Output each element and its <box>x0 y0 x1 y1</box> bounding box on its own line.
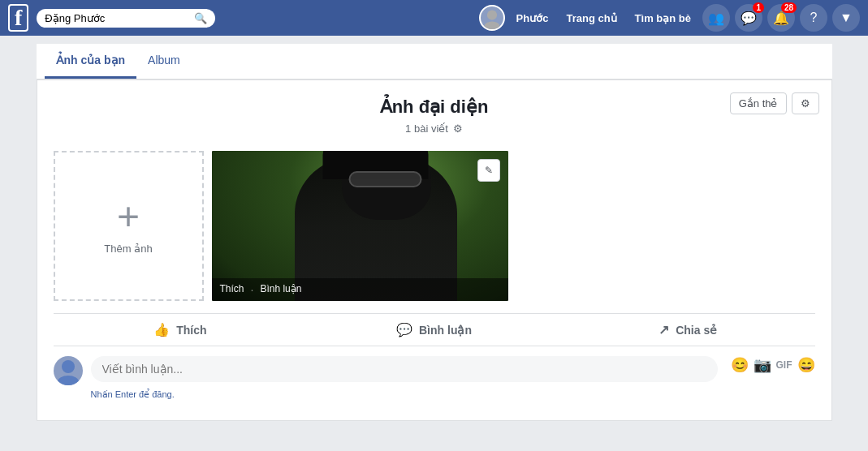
comment-icon: 💬 <box>396 322 412 337</box>
comment-hint: Nhấn Enter để đăng. <box>91 389 815 404</box>
like-label: Thích <box>176 324 206 337</box>
comment-label: Bình luận <box>419 324 472 337</box>
comment-input[interactable] <box>102 363 706 376</box>
share-action[interactable]: ↗ Chia sẻ <box>561 314 815 346</box>
album-post-count: 1 bài viết <box>405 122 448 135</box>
nav-avatar[interactable] <box>479 5 505 31</box>
search-bar[interactable]: 🔍 <box>37 9 215 28</box>
add-photo-box[interactable]: + Thêm ảnh <box>54 151 204 301</box>
album-meta: 1 bài viết ⚙ <box>54 122 815 135</box>
nav-home[interactable]: Trang chủ <box>559 12 623 24</box>
comment-action[interactable]: 💬 Bình luận <box>307 314 561 346</box>
like-action[interactable]: 👍 Thích <box>54 314 308 346</box>
top-navigation: f 🔍 Phước Trang chủ Tìm bạn bè 👥 💬 1 🔔 2… <box>0 0 868 36</box>
settings-button[interactable]: ⚙ <box>792 92 819 114</box>
main-content: Gắn thẻ ⚙ Ảnh đại diện 1 bài viết ⚙ + Th… <box>37 79 832 421</box>
notifications-icon-btn[interactable]: 🔔 28 <box>767 4 795 32</box>
sticker-tool[interactable]: 😄 <box>797 356 815 374</box>
top-actions: Gắn thẻ ⚙ <box>730 92 819 114</box>
overlay-like[interactable]: Thích <box>220 283 244 296</box>
tab-album[interactable]: Album <box>136 44 192 79</box>
like-icon: 👍 <box>153 322 170 337</box>
commenter-avatar <box>54 356 83 385</box>
svg-point-13 <box>58 376 79 385</box>
search-icon: 🔍 <box>194 12 207 24</box>
comment-input-wrap[interactable] <box>91 356 718 382</box>
photo-overlay-bar: Thích · Bình luận <box>212 278 508 301</box>
svg-point-12 <box>62 360 75 373</box>
nav-find-friends[interactable]: Tìm bạn bè <box>628 12 697 24</box>
svg-point-1 <box>484 21 499 31</box>
tag-button[interactable]: Gắn thẻ <box>730 92 787 114</box>
page-container: Ảnh của bạn Album Gắn thẻ ⚙ Ảnh đại diện… <box>37 36 832 421</box>
gif-tool[interactable]: GIF <box>776 359 792 371</box>
actions-bar: 👍 Thích 💬 Bình luận ↗ Chia sẻ <box>54 313 815 346</box>
overlay-comment[interactable]: Bình luận <box>260 283 301 296</box>
photo-edit-button[interactable]: ✎ <box>477 159 500 182</box>
share-label: Chia sẻ <box>676 324 717 337</box>
tabs-bar: Ảnh của bạn Album <box>37 44 832 79</box>
add-photo-label: Thêm ảnh <box>104 243 152 255</box>
facebook-logo: f <box>8 4 28 32</box>
comment-area: 😊 📷 GIF 😄 <box>54 346 815 389</box>
messages-badge: 1 <box>753 2 764 13</box>
camera-tool[interactable]: 📷 <box>754 356 771 374</box>
nav-username[interactable]: Phước <box>510 12 555 24</box>
messages-icon-btn[interactable]: 💬 1 <box>735 4 762 32</box>
album-settings-icon[interactable]: ⚙ <box>453 122 463 135</box>
notifications-badge: 28 <box>781 2 797 13</box>
nav-right: Phước Trang chủ Tìm bạn bè 👥 💬 1 🔔 28 ? … <box>479 4 860 32</box>
friends-icon-btn[interactable]: 👥 <box>702 4 730 32</box>
dropdown-icon-btn[interactable]: ▼ <box>832 4 860 32</box>
plus-icon: + <box>117 197 140 236</box>
album-title: Ảnh đại diện <box>54 97 815 118</box>
emoji-tool[interactable]: 😊 <box>731 356 749 374</box>
help-icon-btn[interactable]: ? <box>800 4 827 32</box>
photo-grid: + Thêm ảnh <box>54 151 815 301</box>
share-icon: ↗ <box>659 322 669 337</box>
search-input[interactable] <box>45 12 194 24</box>
profile-photo-item: Thích · Bình luận ✎ <box>212 151 508 301</box>
comment-tools: 😊 📷 GIF 😄 <box>731 356 815 374</box>
tab-your-photos[interactable]: Ảnh của bạn <box>45 44 137 79</box>
svg-point-0 <box>486 10 496 19</box>
